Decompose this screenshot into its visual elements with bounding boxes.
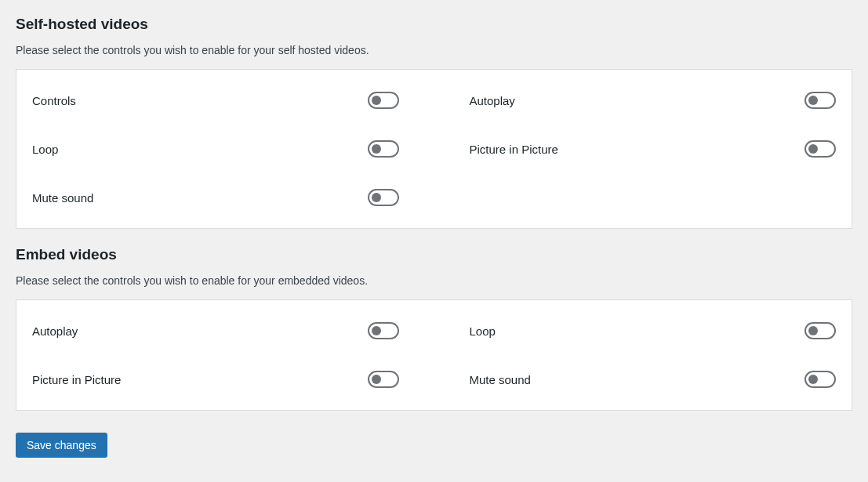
label-autoplay: Autoplay <box>470 94 515 107</box>
toggle-knob-icon <box>808 375 818 384</box>
toggle-embed-autoplay[interactable] <box>368 322 399 339</box>
option-row-embed-pip: Picture in Picture <box>32 355 399 404</box>
option-row-autoplay: Autoplay <box>470 76 837 125</box>
toggle-knob-icon <box>808 96 818 105</box>
toggle-mute[interactable] <box>368 189 399 206</box>
toggle-knob-icon <box>808 144 818 154</box>
toggle-knob-icon <box>808 326 818 335</box>
toggle-knob-icon <box>372 96 381 105</box>
option-row-controls: Controls <box>32 76 399 125</box>
label-embed-mute: Mute sound <box>470 373 531 386</box>
option-row-pip: Picture in Picture <box>470 125 837 173</box>
embed-description: Please select the controls you wish to e… <box>16 274 852 287</box>
option-row-embed-mute: Mute sound <box>470 355 837 404</box>
toggle-autoplay[interactable] <box>804 92 836 109</box>
label-loop: Loop <box>32 143 58 156</box>
toggle-controls[interactable] <box>368 92 399 109</box>
label-embed-loop: Loop <box>470 324 496 338</box>
embed-heading: Embed videos <box>16 246 852 263</box>
label-embed-pip: Picture in Picture <box>32 373 121 386</box>
option-row-loop: Loop <box>32 125 399 173</box>
toggle-knob-icon <box>372 326 381 335</box>
option-row-mute: Mute sound <box>32 173 399 222</box>
toggle-loop[interactable] <box>368 140 399 158</box>
option-row-embed-loop: Loop <box>470 306 837 355</box>
toggle-knob-icon <box>372 193 381 202</box>
label-mute: Mute sound <box>32 191 93 205</box>
toggle-pip[interactable] <box>804 140 836 158</box>
option-row-embed-autoplay: Autoplay <box>32 306 399 355</box>
embed-panel: Autoplay Loop Picture in Picture Mute so… <box>16 299 852 411</box>
toggle-knob-icon <box>372 375 381 384</box>
toggle-embed-mute[interactable] <box>804 371 836 388</box>
label-embed-autoplay: Autoplay <box>32 324 78 338</box>
save-button[interactable]: Save changes <box>16 433 107 458</box>
label-controls: Controls <box>32 94 76 107</box>
toggle-knob-icon <box>372 144 381 154</box>
toggle-embed-pip[interactable] <box>368 371 399 388</box>
self-hosted-description: Please select the controls you wish to e… <box>16 44 852 56</box>
label-pip: Picture in Picture <box>470 143 558 156</box>
toggle-embed-loop[interactable] <box>804 322 836 339</box>
self-hosted-heading: Self-hosted videos <box>16 16 852 33</box>
self-hosted-panel: Controls Autoplay Loop Picture in Pictur… <box>16 69 852 229</box>
